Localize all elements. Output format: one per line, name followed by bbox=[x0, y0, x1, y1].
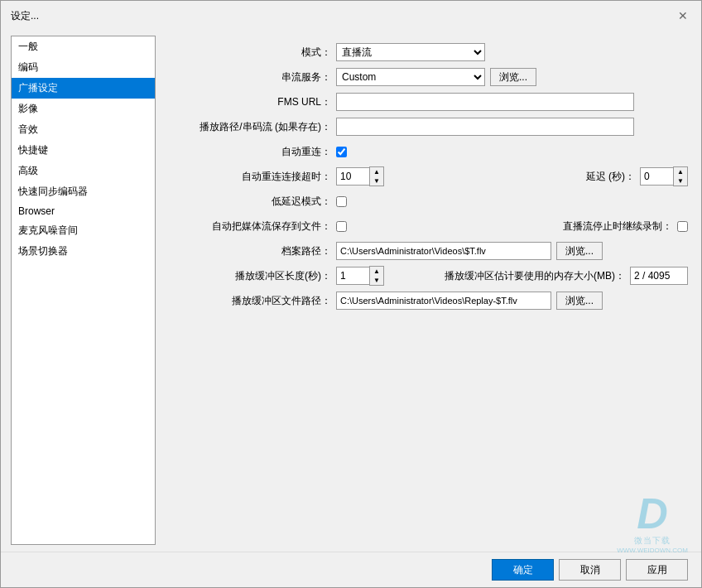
sidebar-item-audio[interactable]: 音效 bbox=[12, 119, 155, 140]
buffer-size-label: 播放缓冲区估计要使用的内存大小(MB)： bbox=[445, 269, 625, 283]
reconnect-timeout-label: 自动重连连接超时： bbox=[166, 170, 331, 184]
reconnect-timeout-up[interactable]: ▲ bbox=[370, 167, 383, 176]
auto-save-row: 自动把媒体流保存到文件： 直播流停止时继续录制： bbox=[166, 216, 688, 236]
auto-save-label: 自动把媒体流保存到文件： bbox=[166, 219, 331, 234]
archive-path-row: 档案路径： 浏览... bbox=[166, 241, 688, 261]
archive-path-input[interactable] bbox=[336, 242, 551, 260]
reconnect-timeout-down[interactable]: ▼ bbox=[370, 176, 383, 186]
reconnect-timeout-row: 自动重连连接超时： ▲ ▼ 延迟 (秒)： ▲ ▼ bbox=[166, 166, 688, 186]
auto-reconnect-label: 自动重连： bbox=[166, 145, 331, 159]
archive-path-label: 档案路径： bbox=[166, 244, 331, 258]
low-latency-row: 低延迟模式： bbox=[166, 191, 688, 211]
fms-url-row: FMS URL： bbox=[166, 92, 688, 112]
play-path-label: 播放路径/串码流 (如果存在)： bbox=[166, 120, 331, 134]
delay-up[interactable]: ▲ bbox=[674, 167, 687, 176]
mode-row: 模式： 直播流 bbox=[166, 42, 688, 62]
reconnect-timeout-input[interactable] bbox=[336, 167, 369, 186]
browse-buffer-button[interactable]: 浏览... bbox=[556, 292, 603, 310]
delay-input[interactable] bbox=[640, 167, 673, 186]
buffer-length-label: 播放缓冲区长度(秒)： bbox=[166, 269, 331, 283]
delay-label: 延迟 (秒)： bbox=[586, 170, 635, 184]
sidebar-item-scene-switcher[interactable]: 场景切换器 bbox=[12, 241, 155, 262]
sidebar-item-video[interactable]: 影像 bbox=[12, 99, 155, 119]
stream-service-row: 串流服务： Custom 浏览... bbox=[166, 67, 688, 87]
buffer-length-up[interactable]: ▲ bbox=[370, 267, 383, 276]
buffer-length-input[interactable] bbox=[336, 267, 369, 285]
close-button[interactable]: ✕ bbox=[675, 7, 691, 24]
sidebar-item-encoding[interactable]: 编码 bbox=[12, 57, 155, 78]
low-latency-label: 低延迟模式： bbox=[166, 195, 331, 209]
buffer-path-label: 播放缓冲区文件路径： bbox=[166, 294, 331, 308]
dialog-title: 设定... bbox=[11, 9, 39, 23]
sidebar: 一般 编码 广播设定 影像 音效 快捷键 高级 快速同步编码器 Browser … bbox=[11, 36, 156, 545]
dialog-body: 一般 编码 广播设定 影像 音效 快捷键 高级 快速同步编码器 Browser … bbox=[1, 29, 701, 552]
buffer-length-spinner-btns: ▲ ▼ bbox=[369, 266, 384, 286]
low-latency-checkbox[interactable] bbox=[336, 196, 347, 207]
buffer-path-input[interactable] bbox=[336, 292, 551, 310]
sidebar-item-quicksync[interactable]: 快速同步编码器 bbox=[12, 181, 155, 202]
apply-button[interactable]: 应用 bbox=[626, 559, 688, 581]
fms-url-label: FMS URL： bbox=[166, 95, 331, 109]
auto-reconnect-checkbox[interactable] bbox=[336, 147, 347, 157]
buffer-length-row: 播放缓冲区长度(秒)： ▲ ▼ 播放缓冲区估计要使用的内存大小(MB)： bbox=[166, 266, 688, 286]
auto-reconnect-row: 自动重连： bbox=[166, 142, 688, 161]
delay-spinner-btns: ▲ ▼ bbox=[673, 166, 688, 186]
settings-dialog: 设定... ✕ 一般 编码 广播设定 影像 音效 快捷键 高级 快速同步编码器 … bbox=[0, 0, 702, 588]
buffer-path-row: 播放缓冲区文件路径： 浏览... bbox=[166, 291, 688, 311]
browse-archive-button[interactable]: 浏览... bbox=[556, 242, 603, 260]
sidebar-item-general[interactable]: 一般 bbox=[12, 36, 155, 57]
title-bar: 设定... ✕ bbox=[1, 1, 701, 29]
delay-down[interactable]: ▼ bbox=[674, 176, 687, 186]
mode-select[interactable]: 直播流 bbox=[336, 43, 485, 61]
continue-record-label: 直播流停止时继续录制： bbox=[563, 219, 672, 234]
sidebar-item-browser[interactable]: Browser bbox=[12, 202, 155, 220]
auto-reconnect-checkbox-wrap bbox=[336, 147, 347, 157]
mode-label: 模式： bbox=[166, 46, 331, 60]
main-content: 模式： 直播流 串流服务： Custom 浏览... FMS URL： 播 bbox=[162, 36, 691, 545]
delay-spinner: ▲ ▼ bbox=[640, 166, 688, 186]
sidebar-item-advanced[interactable]: 高级 bbox=[12, 161, 155, 181]
continue-record-checkbox-wrap bbox=[677, 221, 688, 232]
sidebar-item-hotkeys[interactable]: 快捷键 bbox=[12, 140, 155, 161]
buffer-length-spinner: ▲ ▼ bbox=[336, 266, 384, 286]
browse-stream-button[interactable]: 浏览... bbox=[490, 68, 536, 86]
continue-record-checkbox[interactable] bbox=[677, 221, 688, 232]
auto-save-checkbox[interactable] bbox=[336, 221, 347, 232]
play-path-row: 播放路径/串码流 (如果存在)： bbox=[166, 117, 688, 137]
low-latency-checkbox-wrap bbox=[336, 196, 347, 207]
auto-save-checkbox-wrap bbox=[336, 221, 347, 232]
stream-service-label: 串流服务： bbox=[166, 70, 331, 84]
ok-button[interactable]: 确定 bbox=[492, 559, 554, 581]
buffer-length-down[interactable]: ▼ bbox=[370, 276, 383, 285]
reconnect-timeout-spinner-btns: ▲ ▼ bbox=[369, 166, 384, 186]
sidebar-item-mic[interactable]: 麦克风噪音间 bbox=[12, 220, 155, 241]
sidebar-item-broadcast[interactable]: 广播设定 bbox=[12, 78, 155, 99]
buffer-size-input[interactable] bbox=[630, 267, 688, 285]
reconnect-timeout-spinner: ▲ ▼ bbox=[336, 166, 384, 186]
fms-url-input[interactable] bbox=[336, 93, 634, 111]
dialog-footer: D 微当下载 WWW.WEIDOWN.COM 确定 取消 应用 bbox=[1, 552, 701, 587]
cancel-button[interactable]: 取消 bbox=[559, 559, 621, 581]
stream-service-select[interactable]: Custom bbox=[336, 68, 485, 86]
play-path-input[interactable] bbox=[336, 118, 634, 136]
